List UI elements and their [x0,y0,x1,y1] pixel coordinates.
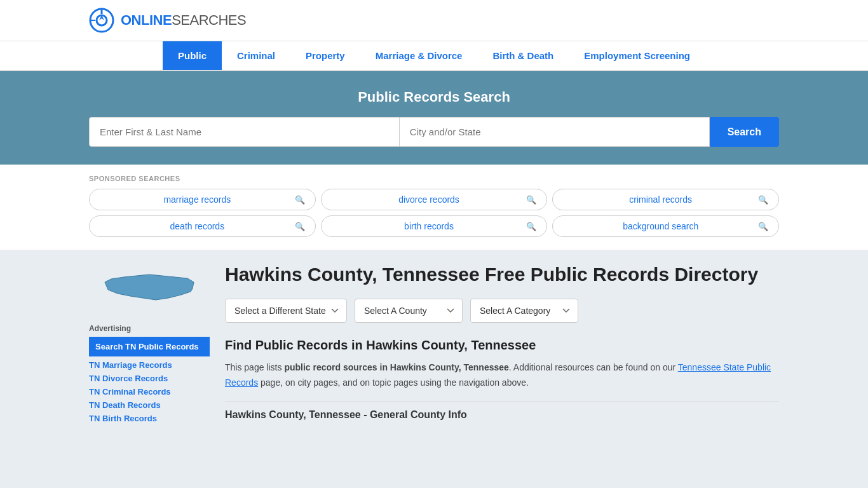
search-button[interactable]: Search [710,117,779,147]
pill-rows: marriage records 🔍 divorce records 🔍 cri… [89,189,779,237]
city-input[interactable] [400,117,710,147]
ad-label: Advertising [89,324,210,333]
main-nav: Public Criminal Property Marriage & Divo… [0,41,868,71]
nav-property[interactable]: Property [290,41,360,70]
sidebar: Advertising Search TN Public Records TN … [89,263,210,424]
find-text-2: . Additional resources can be found on o… [509,362,678,372]
search-icon-3: 🔍 [758,195,768,205]
search-icon-2: 🔍 [526,195,536,205]
county-info-title: Hawkins County, Tennessee - General Coun… [225,401,779,421]
find-text-bold: public record sources in Hawkins County,… [284,362,508,372]
sidebar-link-death[interactable]: TN Death Records [89,399,210,411]
search-bar: Search [89,117,779,147]
sidebar-link-birth[interactable]: TN Birth Records [89,412,210,424]
search-icon-4: 🔍 [295,222,305,231]
article: Hawkins County, Tennessee Free Public Re… [225,263,779,424]
tn-state-shape [98,263,200,314]
search-icon-5: 🔍 [526,222,536,231]
state-dropdown[interactable]: Select a Different State [225,299,347,323]
name-input[interactable] [89,117,400,147]
find-title: Find Public Records in Hawkins County, T… [225,338,779,353]
ad-section: Advertising Search TN Public Records TN … [89,324,210,424]
pill-marriage[interactable]: marriage records 🔍 [89,189,316,210]
pill-background[interactable]: background search 🔍 [552,215,779,237]
nav-criminal[interactable]: Criminal [222,41,290,70]
pill-divorce[interactable]: divorce records 🔍 [321,189,548,210]
hero-section: Public Records Search Search [0,71,868,165]
nav-birth-death[interactable]: Birth & Death [477,41,569,70]
logo-text: ONLINE SEARCHES [121,13,246,27]
pill-death[interactable]: death records 🔍 [89,215,316,237]
find-text-1: This page lists [225,362,284,372]
pill-criminal-text: criminal records [563,194,758,205]
state-map [89,263,210,314]
article-title: Hawkins County, Tennessee Free Public Re… [225,263,779,286]
nav-public[interactable]: Public [163,41,222,70]
ad-highlight[interactable]: Search TN Public Records [89,337,210,356]
pill-birth[interactable]: birth records 🔍 [321,215,548,237]
pill-row-1: marriage records 🔍 divorce records 🔍 cri… [89,189,779,210]
nav-marriage-divorce[interactable]: Marriage & Divorce [360,41,478,70]
sponsored-section: SPONSORED SEARCHES marriage records 🔍 di… [0,165,868,250]
sidebar-link-marriage[interactable]: TN Marriage Records [89,359,210,371]
pill-row-2: death records 🔍 birth records 🔍 backgrou… [89,215,779,237]
find-text-3: page, on city pages, and on topic pages … [258,377,529,388]
pill-birth-text: birth records [332,221,527,231]
sidebar-links: TN Marriage Records TN Divorce Records T… [89,359,210,424]
dropdowns-row: Select a Different State Select A County… [225,299,779,323]
pill-criminal[interactable]: criminal records 🔍 [552,189,779,210]
main-content: Advertising Search TN Public Records TN … [0,250,868,437]
find-paragraph: This page lists public record sources in… [225,360,779,391]
sidebar-link-criminal[interactable]: TN Criminal Records [89,386,210,398]
pill-background-text: background search [563,221,758,231]
pill-death-text: death records [100,221,295,231]
sponsored-label: SPONSORED SEARCHES [89,175,779,182]
hero-title: Public Records Search [89,89,779,105]
logo-icon [89,8,114,33]
logo-online: ONLINE [121,13,172,27]
county-dropdown[interactable]: Select A County [355,299,463,323]
nav-employment[interactable]: Employment Screening [569,41,705,70]
pill-marriage-text: marriage records [100,194,295,205]
site-header: ONLINE SEARCHES [0,0,868,41]
logo[interactable]: ONLINE SEARCHES [89,8,246,33]
pill-divorce-text: divorce records [332,194,527,205]
search-icon-1: 🔍 [295,195,305,205]
sidebar-link-divorce[interactable]: TN Divorce Records [89,372,210,384]
category-dropdown[interactable]: Select A Category [470,299,578,323]
search-icon-6: 🔍 [758,222,768,231]
logo-searches: SEARCHES [172,13,246,27]
